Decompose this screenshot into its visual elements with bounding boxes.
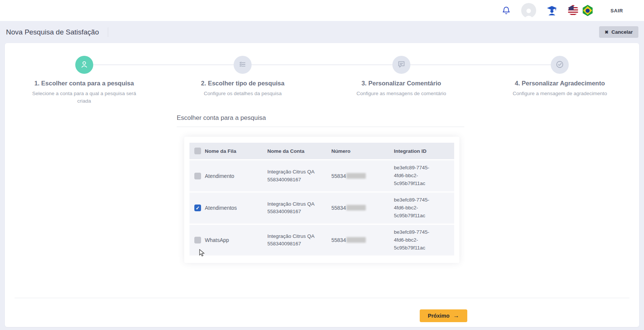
close-icon: ✖: [605, 30, 608, 35]
wizard-stepper: 1. Escolher conta para a pesquisa Seleci…: [5, 43, 639, 105]
us-flag-icon[interactable]: [568, 5, 579, 16]
row-2-queue: Atendimentos: [205, 205, 267, 211]
step-2: 2. Escolher tipo de pesquisa Configure o…: [164, 56, 322, 105]
row-1-account: Integração Citrus QA 558340098167: [267, 168, 324, 184]
step-2-title: 2. Escolher tipo de pesquisa: [164, 80, 322, 87]
step-3: 3. Personalizar Comentário Configure as …: [322, 56, 481, 105]
checklist-icon: [239, 60, 247, 70]
redacted-number-block: [346, 173, 366, 179]
next-label: Próximo: [428, 313, 449, 319]
brazil-flag-icon[interactable]: [582, 5, 593, 16]
step-2-circle[interactable]: [234, 56, 252, 74]
row-1-number: 55834: [331, 173, 394, 179]
page-title: Nova Pesquisa de Satisfação: [6, 28, 99, 36]
check-icon: ✓: [196, 206, 200, 211]
step-4-title: 4. Personalizar Agradecimento: [481, 80, 640, 87]
step-3-subtitle: Configure as mensagens de comentário: [343, 90, 460, 97]
notifications-bell-icon[interactable]: [502, 6, 511, 15]
user-icon: [80, 60, 88, 70]
row-2-number: 55834: [331, 205, 394, 211]
step-3-title: 3. Personalizar Comentário: [322, 80, 481, 87]
col-header-queue: Nome da Fila: [205, 148, 267, 154]
check-circle-icon: [556, 60, 564, 70]
cancel-label: Cancelar: [611, 29, 633, 35]
page-header: Nova Pesquisa de Satisfação ✖ Cancelar: [0, 21, 644, 43]
topbar: SAIR: [0, 0, 644, 21]
step-3-circle[interactable]: [392, 56, 410, 74]
account-select-section: Escolher conta para a pesquisa Nome da F…: [177, 114, 464, 263]
cancel-button[interactable]: ✖ Cancelar: [599, 26, 638, 38]
row-2-account: Integração Citrus QA 558340098167: [267, 200, 324, 216]
section-divider: [177, 127, 464, 127]
step-1-subtitle: Selecione a conta para a qual a pesquisa…: [26, 90, 143, 105]
table-row[interactable]: Atendimento Integração Citrus QA 5583400…: [189, 160, 454, 191]
stepper-connector-line: [84, 64, 560, 65]
wizard-card: 1. Escolher conta para a pesquisa Seleci…: [5, 43, 639, 327]
table-row[interactable]: ✓ Atendimentos Integração Citrus QA 5583…: [189, 191, 454, 224]
step-4: 4. Personalizar Agradecimento Configure …: [481, 56, 640, 105]
arrow-right-icon: →: [453, 312, 459, 319]
step-4-circle[interactable]: [551, 56, 569, 74]
row-3-integration-id: be3efc89-7745-4fd6-bbc2-5c95b79f11ac: [394, 228, 436, 252]
col-header-account: Nome da Conta: [267, 148, 331, 154]
title-divider: [108, 27, 108, 37]
footer-divider: [15, 298, 629, 298]
comment-icon: [397, 60, 405, 70]
section-title: Escolher conta para a pesquisa: [177, 114, 464, 122]
step-4-subtitle: Configure a mensagem de agradecimento: [501, 90, 618, 97]
next-button[interactable]: Próximo →: [420, 309, 467, 322]
step-1-circle[interactable]: [75, 56, 93, 74]
row-3-account: Integração Citrus QA 558340098167: [267, 233, 324, 248]
avatar[interactable]: [521, 3, 536, 18]
step-1-title: 1. Escolher conta para a pesquisa: [5, 80, 164, 87]
col-header-integration-id: Integration ID: [394, 148, 454, 154]
col-header-number: Número: [331, 148, 394, 154]
select-all-checkbox[interactable]: [194, 148, 201, 154]
row-2-checkbox[interactable]: ✓: [194, 205, 201, 211]
row-1-integration-id: be3efc89-7745-4fd6-bbc2-5c95b79f11ac: [394, 164, 436, 188]
table-header-row: Nome da Fila Nome da Conta Número Integr…: [189, 143, 454, 159]
accounts-table: Nome da Fila Nome da Conta Número Integr…: [184, 137, 459, 263]
graduate-icon[interactable]: [547, 6, 557, 15]
row-3-queue: WhatsApp: [205, 237, 267, 243]
logout-button[interactable]: SAIR: [611, 8, 623, 13]
redacted-number-block: [346, 237, 366, 243]
row-2-integration-id: be3efc89-7745-4fd6-bbc2-5c95b79f11ac: [394, 196, 436, 220]
step-1: 1. Escolher conta para a pesquisa Seleci…: [5, 56, 164, 105]
row-3-number: 55834: [331, 237, 394, 243]
table-row[interactable]: WhatsApp Integração Citrus QA 5583400981…: [189, 224, 454, 256]
row-1-checkbox[interactable]: [194, 173, 201, 179]
row-3-checkbox[interactable]: [194, 237, 201, 243]
step-2-subtitle: Configure os detalhes da pesquisa: [184, 90, 301, 97]
row-1-queue: Atendimento: [205, 173, 267, 179]
redacted-number-block: [346, 205, 366, 211]
